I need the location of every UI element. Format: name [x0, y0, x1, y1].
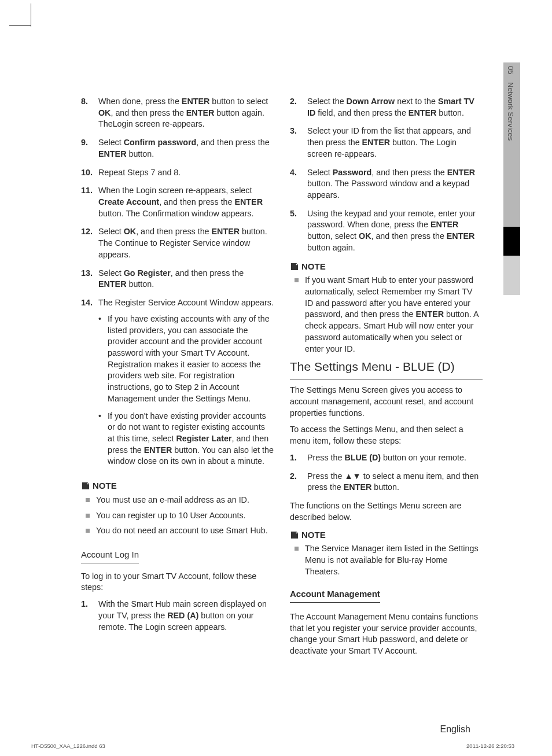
note-icon [290, 262, 299, 271]
left-column: 8.When done, press the ENTER button to s… [81, 96, 274, 662]
login-step-4: 4.Select Password, and then press the EN… [290, 167, 483, 201]
chapter-name: Network Services [506, 82, 515, 141]
account-login-heading: Account Log In [81, 549, 139, 563]
page: 05 Network Services 8.When done, press t… [0, 0, 552, 756]
side-tab: 05 Network Services [503, 62, 520, 349]
menu-step-1: 1.Press the BLUE (D) button on your remo… [290, 452, 483, 464]
login-step-2: 2.Select the Down Arrow next to the Smar… [290, 96, 483, 119]
login-step-3: 3.Select your ID from the list that appe… [290, 126, 483, 160]
note-item: You must use an e-mail address as an ID. [81, 495, 274, 506]
paragraph: The Settings Menu Screen gives you acces… [290, 385, 483, 419]
bullet: If you have existing accounts with any o… [98, 314, 274, 405]
footer-filename: HT-D5500_XAA_1226.indd 63 [31, 743, 105, 749]
note-item: You can register up to 10 User Accounts. [81, 510, 274, 522]
note-heading: NOTE [81, 480, 274, 492]
settings-menu-heading: The Settings Menu - BLUE (D) [290, 359, 483, 379]
step-14: 14.The Register Service Account Window a… [81, 297, 274, 473]
step-8: 8.When done, press the ENTER button to s… [81, 96, 274, 130]
login-step-5: 5.Using the keypad and your remote, ente… [290, 208, 483, 254]
note-icon [81, 481, 90, 491]
step-9: 9.Select Confirm password, and then pres… [81, 137, 274, 160]
note-heading: NOTE [290, 261, 483, 273]
step-13: 13.Select Go Register, and then press th… [81, 268, 274, 290]
chapter-number: 05 [506, 66, 515, 74]
step-12: 12.Select OK, and then press the ENTER b… [81, 226, 274, 260]
paragraph: To log in to your Smart TV Account, foll… [81, 571, 274, 593]
menu-step-2: 2.Press the ▲▼ to select a menu item, an… [290, 471, 483, 493]
account-management-heading: Account Management [290, 588, 380, 603]
footer-datetime: 2011-12-26 2:20:53 [466, 743, 514, 749]
note-item: You do not need an account to use Smart … [81, 525, 274, 537]
note-heading: NOTE [290, 529, 483, 541]
crop-mark [31, 3, 31, 27]
paragraph: To access the Settings Menu, and then se… [290, 424, 483, 447]
crop-mark [9, 25, 31, 26]
bullet: If you don't have existing provider acco… [98, 411, 274, 468]
note-icon [290, 530, 299, 540]
login-step-1: 1.With the Smart Hub main screen display… [81, 599, 274, 633]
step-11: 11.When the Login screen re-appears, sel… [81, 185, 274, 219]
paragraph: The functions on the Settings Menu scree… [290, 500, 483, 523]
step-10: 10.Repeat Steps 7 and 8. [81, 167, 274, 179]
content: 8.When done, press the ENTER button to s… [81, 96, 483, 662]
footer-language: English [440, 724, 470, 735]
note-item: If you want Smart Hub to enter your pass… [290, 275, 483, 355]
paragraph: The Account Management Menu contains fun… [290, 611, 483, 657]
note-item: The Service Manager item listed in the S… [290, 543, 483, 577]
right-column: 2.Select the Down Arrow next to the Smar… [290, 96, 483, 662]
